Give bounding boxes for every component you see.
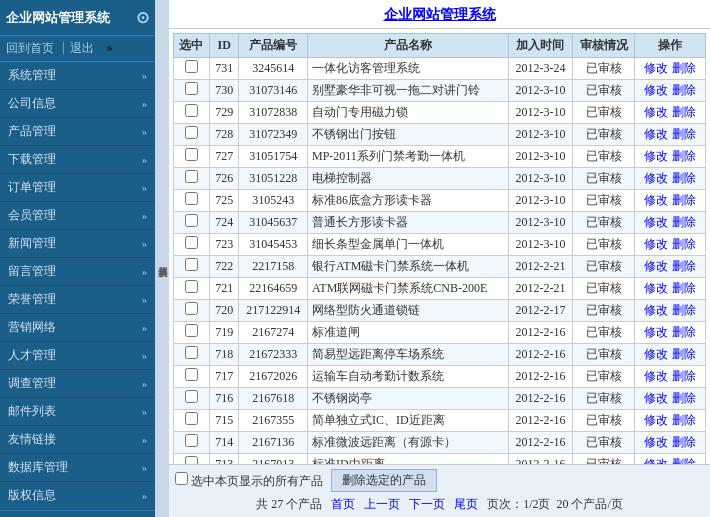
row-checkbox[interactable] <box>185 390 198 403</box>
sidebar-item-下载管理[interactable]: 下载管理» <box>0 146 155 174</box>
sidebar-item-友情链接[interactable]: 友情链接» <box>0 426 155 454</box>
delete-link[interactable]: 删除 <box>672 303 696 317</box>
row-checkbox[interactable] <box>185 280 198 293</box>
edit-link[interactable]: 修改 <box>644 83 668 97</box>
row-checkbox[interactable] <box>185 368 198 381</box>
col-header-产品名称: 产品名称 <box>307 34 508 58</box>
sidebar-item-系统管理[interactable]: 系统管理» <box>0 62 155 90</box>
bottom-row1: 选中本页显示的所有产品 删除选定的产品 <box>175 469 704 492</box>
delete-selected-button[interactable]: 删除选定的产品 <box>331 469 437 492</box>
row-checkbox[interactable] <box>185 126 198 139</box>
row-checkbox[interactable] <box>185 302 198 315</box>
bottom-bar: 选中本页显示的所有产品 删除选定的产品 共 27 个产品 首页 上一页 下一页 … <box>169 464 710 517</box>
row-checkbox[interactable] <box>185 192 198 205</box>
table-row: 72731051754MP-2011系列门禁考勤一体机2012-3-10已审核修… <box>174 146 706 168</box>
edit-link[interactable]: 修改 <box>644 61 668 75</box>
sidebar-item-人才管理[interactable]: 人才管理» <box>0 342 155 370</box>
sidebar-item-荣誉管理[interactable]: 荣誉管理» <box>0 286 155 314</box>
sidebar-item-营销网络[interactable]: 营销网络» <box>0 314 155 342</box>
sidebar-item-公司信息[interactable]: 公司信息» <box>0 90 155 118</box>
row-checkbox[interactable] <box>185 104 198 117</box>
edit-link[interactable]: 修改 <box>644 127 668 141</box>
table-row: 72431045637普通长方形读卡器2012-3-10已审核修改删除 <box>174 212 706 234</box>
edit-link[interactable]: 修改 <box>644 105 668 119</box>
edit-link[interactable]: 修改 <box>644 281 668 295</box>
prev-page-link[interactable]: 上一页 <box>364 497 400 511</box>
sidebar-items: 系统管理»公司信息»产品管理»下载管理»订单管理»会员管理»新闻管理»留言管理»… <box>0 62 155 510</box>
edit-link[interactable]: 修改 <box>644 237 668 251</box>
col-header-产品编号: 产品编号 <box>239 34 308 58</box>
sidebar-item-新闻管理[interactable]: 新闻管理» <box>0 230 155 258</box>
row-checkbox[interactable] <box>185 236 198 249</box>
sidebar-item-产品管理[interactable]: 产品管理» <box>0 118 155 146</box>
pagination-bar: 共 27 个产品 首页 上一页 下一页 尾页 页次：1/2页 20 个产品/页 <box>175 496 704 513</box>
sidebar-item-版权信息[interactable]: 版权信息» <box>0 482 155 510</box>
next-page-link[interactable]: 下一页 <box>409 497 445 511</box>
delete-link[interactable]: 删除 <box>672 325 696 339</box>
edit-link[interactable]: 修改 <box>644 457 668 464</box>
delete-link[interactable]: 删除 <box>672 193 696 207</box>
row-checkbox[interactable] <box>185 456 198 464</box>
row-checkbox[interactable] <box>185 434 198 447</box>
edit-link[interactable]: 修改 <box>644 325 668 339</box>
edit-link[interactable]: 修改 <box>644 369 668 383</box>
delete-link[interactable]: 删除 <box>672 369 696 383</box>
row-checkbox[interactable] <box>185 324 198 337</box>
sidebar-item-订单管理[interactable]: 订单管理» <box>0 174 155 202</box>
edit-link[interactable]: 修改 <box>644 259 668 273</box>
edit-link[interactable]: 修改 <box>644 171 668 185</box>
sidebar-item-调查管理[interactable]: 调查管理» <box>0 370 155 398</box>
sidebar-expander[interactable]: 屏幕切换 <box>155 0 169 517</box>
first-page-link[interactable]: 首页 <box>331 497 355 511</box>
sidebar-item-留言管理[interactable]: 留言管理» <box>0 258 155 286</box>
home-link[interactable]: 回到首页 <box>6 40 54 57</box>
select-all-checkbox[interactable] <box>175 472 188 485</box>
delete-link[interactable]: 删除 <box>672 457 696 464</box>
row-checkbox[interactable] <box>185 258 198 271</box>
table-row: 7253105243标准86底盒方形读卡器2012-3-10已审核修改删除 <box>174 190 706 212</box>
logout-link[interactable]: 退出 <box>70 40 94 57</box>
delete-link[interactable]: 删除 <box>672 391 696 405</box>
delete-link[interactable]: 删除 <box>672 171 696 185</box>
sidebar-nav: 回到首页 | 退出 » <box>0 36 155 62</box>
table-body: 7313245614一体化访客管理系统2012-3-24已审核修改删除73031… <box>174 58 706 465</box>
delete-link[interactable]: 删除 <box>672 413 696 427</box>
delete-link[interactable]: 删除 <box>672 127 696 141</box>
delete-link[interactable]: 删除 <box>672 83 696 97</box>
row-checkbox[interactable] <box>185 82 198 95</box>
sidebar-item-数据库管理[interactable]: 数据库管理» <box>0 454 155 482</box>
edit-link[interactable]: 修改 <box>644 193 668 207</box>
row-checkbox[interactable] <box>185 148 198 161</box>
table-row: 7162167618不锈钢岗亭2012-2-16已审核修改删除 <box>174 388 706 410</box>
row-checkbox[interactable] <box>185 214 198 227</box>
row-checkbox[interactable] <box>185 170 198 183</box>
delete-link[interactable]: 删除 <box>672 435 696 449</box>
table-row: 7152167355简单独立式IC、ID近距离2012-2-16已审核修改删除 <box>174 410 706 432</box>
sidebar-item-会员管理[interactable]: 会员管理» <box>0 202 155 230</box>
edit-link[interactable]: 修改 <box>644 413 668 427</box>
sidebar: 企业网站管理系统 ⊙ 回到首页 | 退出 » 系统管理»公司信息»产品管理»下载… <box>0 0 155 517</box>
delete-link[interactable]: 删除 <box>672 259 696 273</box>
edit-link[interactable]: 修改 <box>644 435 668 449</box>
delete-link[interactable]: 删除 <box>672 149 696 163</box>
row-checkbox[interactable] <box>185 346 198 359</box>
delete-link[interactable]: 删除 <box>672 61 696 75</box>
edit-link[interactable]: 修改 <box>644 215 668 229</box>
delete-link[interactable]: 删除 <box>672 215 696 229</box>
delete-link[interactable]: 删除 <box>672 105 696 119</box>
edit-link[interactable]: 修改 <box>644 303 668 317</box>
col-header-选中: 选中 <box>174 34 210 58</box>
edit-link[interactable]: 修改 <box>644 149 668 163</box>
delete-link[interactable]: 删除 <box>672 281 696 295</box>
sidebar-item-邮件列表[interactable]: 邮件列表» <box>0 398 155 426</box>
row-checkbox[interactable] <box>185 412 198 425</box>
edit-link[interactable]: 修改 <box>644 347 668 361</box>
row-checkbox[interactable] <box>185 60 198 73</box>
select-all-label[interactable]: 选中本页显示的所有产品 <box>175 472 323 490</box>
last-page-link[interactable]: 尾页 <box>454 497 478 511</box>
edit-link[interactable]: 修改 <box>644 391 668 405</box>
delete-link[interactable]: 删除 <box>672 237 696 251</box>
table-row: 72931072838自动门专用磁力锁2012-3-10已审核修改删除 <box>174 102 706 124</box>
table-row: 71821672333简易型远距离停车场系统2012-2-16已审核修改删除 <box>174 344 706 366</box>
delete-link[interactable]: 删除 <box>672 347 696 361</box>
